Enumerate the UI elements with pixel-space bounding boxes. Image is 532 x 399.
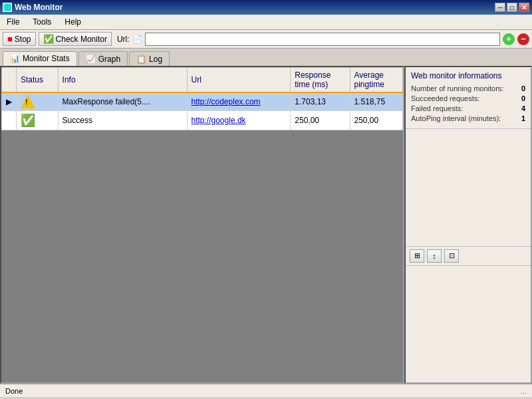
row-avg-2: 250,00 [350,111,403,130]
succeeded-label: Succeeded requests: [411,94,479,102]
col-status: Status [17,68,59,93]
running-label: Number of running monitors: [411,84,503,92]
avg-pingtime-label-2: pingtime [354,80,399,89]
table-row[interactable]: ✅ Success http://google.dk 250,00 250,00 [2,111,403,130]
grey-area [1,130,403,382]
right-toolbar: ⊞ ↕ ⊡ [406,246,531,266]
right-bottom [406,266,531,383]
info-section: Web monitor informations Number of runni… [406,67,531,128]
response-time-label-2: time (ms) [295,80,345,89]
row-info-2: Success [58,111,187,130]
row-arrow: ▶ [2,92,17,111]
monitor-table: Status Info Url Response time (ms) Avera… [1,67,403,130]
grid-button[interactable]: ⊞ [410,249,424,263]
stop-button[interactable]: ■ Stop [3,32,36,46]
row-response-2: 250,00 [291,111,350,130]
running-value: 0 [521,84,525,92]
monitor-stats-tab-label: Monitor Stats [23,54,70,63]
status-icon-cell-2: ✅ [21,113,54,128]
success-icon: ✅ [21,113,35,128]
failed-label: Failed requests: [411,104,463,112]
status-bar: Done ... [0,384,532,397]
left-panel: Status Info Url Response time (ms) Avera… [0,66,404,384]
minimize-button[interactable]: ─ [495,3,505,12]
status-dots: ... [521,387,527,395]
menu-bar: File Tools Help [0,15,532,30]
remove-monitor-button[interactable]: − [517,33,529,45]
log-tab-icon: 📋 [136,55,146,64]
app-icon: 🌐 [3,3,12,12]
status-text: Done [5,387,23,395]
maximize-button[interactable]: □ [507,3,517,12]
toolbar: ■ Stop ✅ Check Monitor Url: 📄 + − [0,30,532,49]
row-status-success: ✅ [17,111,59,130]
menu-file[interactable]: File [3,16,23,28]
sort-button[interactable]: ↕ [427,249,442,263]
check-monitor-button[interactable]: ✅ Check Monitor [39,32,112,46]
close-button[interactable]: ✕ [519,3,529,12]
main-layout: Status Info Url Response time (ms) Avera… [0,66,532,384]
window-title: Web Monitor [15,3,63,12]
expand-button[interactable]: ⊡ [444,249,459,263]
tab-monitor-stats[interactable]: 📊 Monitor Stats [3,51,77,66]
succeeded-value: 0 [521,94,525,102]
menu-help[interactable]: Help [61,16,85,28]
info-row-autoping: AutoPing interval (minutes): 1 [411,114,525,122]
title-left: 🌐 Web Monitor [3,3,63,12]
info-row-failed: Failed requests: 4 [411,104,525,112]
row-url-1[interactable]: http://codeplex.com [187,92,291,111]
response-time-label-1: Response [295,70,345,80]
row-info-1: MaxResponse failed(5.... [58,92,187,111]
info-title: Web monitor informations [411,71,525,80]
title-buttons: ─ □ ✕ [495,3,529,12]
col-avg-pingtime: Average pingtime [350,68,403,93]
col-response-time: Response time (ms) [291,68,350,93]
stop-icon: ■ [7,34,13,44]
row-response-1: 1.703,13 [291,92,350,111]
tabs: 📊 Monitor Stats 📈 Graph 📋 Log [0,49,532,66]
row-status-warning: ! [17,92,59,111]
info-row-succeeded: Succeeded requests: 0 [411,94,525,102]
menu-tools[interactable]: Tools [29,16,55,28]
log-tab-label: Log [149,55,162,64]
row-avg-1: 1.518,75 [350,92,403,111]
autoping-value: 1 [521,114,525,122]
status-icon-cell: ! [21,95,54,108]
tab-graph[interactable]: 📈 Graph [78,51,128,66]
url-input[interactable] [145,33,500,46]
url-icon: 📄 [132,35,142,44]
tab-log[interactable]: 📋 Log [129,51,170,66]
title-bar: 🌐 Web Monitor ─ □ ✕ [0,0,532,15]
autoping-label: AutoPing interval (minutes): [411,114,501,122]
check-monitor-label: Check Monitor [56,35,107,44]
url-label: Url: [117,35,130,44]
col-url: Url [187,68,291,93]
table-row[interactable]: ▶ ! MaxResponse failed(5.... http://code… [2,92,403,111]
right-middle [406,128,531,246]
add-monitor-button[interactable]: + [503,33,515,45]
warning-triangle: ! [21,95,35,108]
graph-tab-label: Graph [98,55,120,64]
col-info: Info [58,68,187,93]
info-row-running: Number of running monitors: 0 [411,84,525,92]
monitor-stats-tab-icon: 📊 [10,54,20,63]
right-panel: Web monitor informations Number of runni… [404,66,532,384]
check-monitor-icon: ✅ [43,34,54,44]
col-arrow [2,68,17,93]
graph-tab-icon: 📈 [86,55,96,64]
row-arrow-2 [2,111,17,130]
failed-value: 4 [521,104,525,112]
avg-pingtime-label-1: Average [354,70,399,80]
stop-label: Stop [15,35,31,44]
row-url-2[interactable]: http://google.dk [187,111,291,130]
